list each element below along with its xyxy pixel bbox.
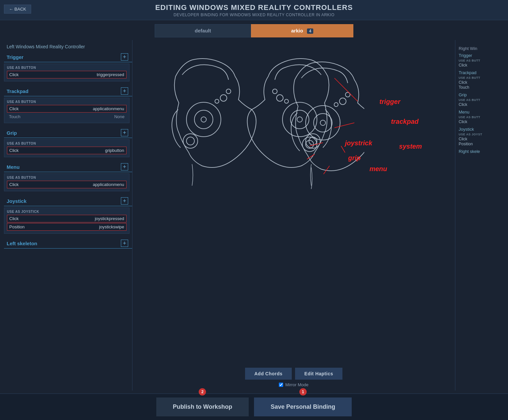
svg-point-23	[334, 103, 338, 107]
section-add-trigger[interactable]: +	[121, 53, 128, 61]
binding-row[interactable]: Clickjoystickpressed	[7, 215, 127, 222]
binding-row-key: Click	[9, 72, 97, 77]
binding-row-value: None	[114, 114, 125, 119]
save-badge-container: 1 Save Personal Binding	[254, 397, 352, 416]
section-header-trackpad: Trackpad+	[4, 86, 132, 96]
right-section-label: USE AS BUTT	[459, 98, 508, 102]
right-section-value: Click	[459, 80, 508, 85]
svg-point-4	[226, 89, 231, 94]
annotation-joystrick: joystrick	[345, 139, 372, 147]
section-title-trackpad: Trackpad	[7, 88, 28, 94]
save-badge-number: 1	[299, 388, 307, 396]
binding-card: USE AS JOYSTICKClickjoystickpressedPosit…	[4, 208, 129, 234]
right-section-title: Joystick	[459, 127, 508, 132]
right-section-value: Touch	[459, 85, 508, 90]
binding-row-key: Touch	[9, 114, 114, 119]
section-joystick: Joystick+USE AS JOYSTICKClickjoystickpre…	[4, 196, 132, 234]
svg-point-18	[320, 120, 326, 125]
svg-point-22	[306, 140, 314, 148]
svg-point-6	[186, 137, 194, 145]
right-section: TrackpadUSE AS BUTTClickTouch	[459, 70, 508, 90]
section-add-trackpad[interactable]: +	[121, 87, 128, 95]
svg-point-7	[215, 99, 219, 103]
right-panel: Right Win TriggerUSE AS BUTTClickTrackpa…	[455, 40, 508, 391]
publish-to-workshop-button[interactable]: Publish to Workshop	[156, 397, 249, 416]
binding-row[interactable]: Clickapplicationmenu	[7, 105, 127, 113]
binding-row-key: Click	[9, 182, 93, 187]
right-title-partial: Right Win	[459, 46, 508, 51]
binding-label: USE AS BUTTON	[7, 176, 127, 179]
svg-point-19	[339, 98, 346, 105]
right-section: TriggerUSE AS BUTTClick	[459, 53, 508, 68]
right-section-value: Click	[459, 102, 508, 107]
add-chords-button[interactable]: Add Chords	[245, 368, 292, 380]
right-section-title: Menu	[459, 110, 508, 115]
binding-label: USE AS BUTTON	[7, 66, 127, 70]
svg-point-16	[306, 106, 340, 140]
binding-row-value: joystickswipe	[99, 224, 124, 229]
svg-point-10	[297, 117, 302, 122]
section-menu: Menu+USE AS BUTTONClickapplicationmenu	[4, 162, 132, 191]
binding-card: USE AS BUTTONClickapplicationmenu	[4, 173, 129, 191]
footer: 2 Publish to Workshop 1 Save Personal Bi…	[0, 394, 508, 420]
back-button[interactable]: ← BACK	[4, 5, 31, 14]
svg-point-12	[273, 89, 277, 94]
binding-row[interactable]: Positionjoystickswipe	[7, 223, 127, 231]
section-header-left-skeleton: Left skeleton+	[4, 238, 132, 249]
binding-row-key: Click	[9, 148, 105, 153]
tabs-bar: default arkio 4	[0, 20, 508, 40]
binding-row-value: joystickpressed	[95, 216, 124, 221]
section-add-left-skeleton[interactable]: +	[121, 240, 128, 247]
binding-row-key: Position	[9, 224, 99, 229]
binding-row[interactable]: Clickapplicationmenu	[7, 181, 127, 188]
binding-row-key: Click	[9, 216, 95, 221]
section-header-grip: Grip+	[4, 128, 132, 138]
main-layout: Left Windows Mixed Reality Controller Tr…	[0, 40, 508, 391]
publish-badge-number: 2	[199, 388, 206, 396]
binding-row-value: gripbutton	[105, 148, 124, 153]
left-panel: Left Windows Mixed Reality Controller Tr…	[0, 40, 132, 391]
right-section-value: Position	[459, 142, 508, 146]
right-section-label: USE AS JOYST	[459, 133, 508, 136]
binding-card: USE AS BUTTONClickgripbutton	[4, 139, 129, 157]
right-section-title: Trackpad	[459, 70, 508, 75]
controller-svg	[139, 43, 364, 189]
right-section: GripUSE AS BUTTClick	[459, 92, 508, 107]
page-subtitle: DEVELOPER BINDING FOR WINDOWS MIXED REAL…	[0, 13, 508, 17]
center-panel: trigger trackpad joystrick system grip m…	[132, 40, 455, 391]
section-header-trigger: Trigger+	[4, 52, 132, 62]
binding-row[interactable]: Clicktriggerpressed	[7, 71, 127, 78]
section-header-joystick: Joystick+	[4, 196, 132, 206]
section-grip: Grip+USE AS BUTTONClickgripbutton	[4, 128, 132, 157]
right-section: JoystickUSE AS JOYSTClickPosition	[459, 127, 508, 146]
right-section: MenuUSE AS BUTTClick	[459, 110, 508, 124]
section-add-joystick[interactable]: +	[121, 197, 128, 205]
tab-arkio[interactable]: arkio 4	[251, 24, 353, 37]
right-section-value: Click	[459, 119, 508, 124]
binding-label: USE AS BUTTON	[7, 100, 127, 104]
binding-row-value: triggerpressed	[97, 72, 124, 77]
tab-default[interactable]: default	[155, 24, 251, 37]
binding-label: USE AS BUTTON	[7, 142, 127, 145]
svg-line-25	[334, 123, 354, 128]
binding-label: USE AS JOYSTICK	[7, 210, 127, 213]
binding-row[interactable]: Clickgripbutton	[7, 147, 127, 154]
section-left-skeleton: Left skeleton+	[4, 238, 132, 249]
binding-row[interactable]: TouchNone	[7, 113, 127, 120]
right-section: Right skele	[459, 149, 508, 154]
section-trigger: Trigger+USE AS BUTTONClicktriggerpressed	[4, 52, 132, 81]
svg-point-1	[194, 110, 213, 129]
right-section-title: Right skele	[459, 149, 508, 154]
save-personal-binding-button[interactable]: Save Personal Binding	[254, 397, 352, 416]
section-add-menu[interactable]: +	[121, 163, 128, 170]
edit-haptics-button[interactable]: Edit Haptics	[295, 368, 342, 380]
section-header-menu: Menu+	[4, 162, 132, 172]
right-section-label: USE AS BUTT	[459, 76, 508, 79]
binding-card: USE AS BUTTONClicktriggerpressed	[4, 64, 129, 81]
mirror-mode-checkbox[interactable]	[279, 383, 283, 387]
svg-point-0	[186, 102, 221, 137]
section-add-grip[interactable]: +	[121, 129, 128, 136]
header: ← BACK EDITING WINDOWS MIXED REALITY CON…	[0, 0, 508, 20]
svg-point-8	[282, 102, 317, 137]
right-section-value: Click	[459, 63, 508, 68]
